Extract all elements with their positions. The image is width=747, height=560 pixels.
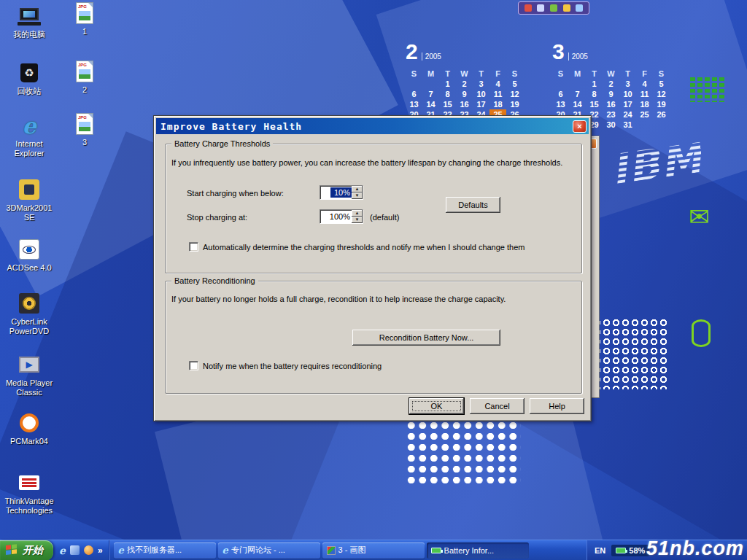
defaults-button[interactable]: Defaults — [446, 197, 500, 213]
calendar-day — [406, 79, 422, 89]
language-indicator[interactable]: EN — [595, 546, 605, 555]
tray-toolbar-icon[interactable] — [563, 4, 570, 12]
desktop-icon-label: Internet Explorer — [1, 139, 57, 158]
desktop-icon-media-player-classic[interactable]: ▶ Media Player Classic — [1, 353, 57, 397]
notify-reconditioning-checkbox-label: Notify me when the battery requires reco… — [203, 362, 575, 370]
task-button-server-not-found[interactable]: e 找不到服务器... — [114, 542, 216, 559]
calendar-day: 12 — [653, 89, 670, 99]
ie-icon: e — [222, 545, 228, 556]
calendar-day: 17 — [473, 99, 489, 109]
envelope-icon: ✉ — [689, 204, 710, 229]
tray-toolbar[interactable] — [518, 1, 589, 15]
help-button[interactable]: Help — [530, 398, 584, 414]
calendar-day: 7 — [569, 89, 586, 99]
calendar-day: 18 — [489, 99, 506, 109]
desktop-icon-jpg-3[interactable]: JPG 3 — [60, 112, 109, 147]
dialog-title-bar[interactable]: Improve Battery Health × — [156, 118, 589, 134]
calendar-day: 3 — [619, 79, 636, 89]
desktop-icon-label: 回收站 — [18, 87, 42, 96]
desktop-icon-powerdvd[interactable]: CyberLink PowerDVD — [1, 292, 57, 336]
jpg-file-icon: JPG — [72, 112, 97, 136]
calendar-day: 13 — [406, 99, 422, 109]
desktop-icon-label: Media Player Classic — [1, 378, 57, 397]
stop-threshold-value[interactable]: 100% — [320, 210, 352, 223]
calendar-day: 23 — [603, 109, 619, 120]
recycle-bin-icon: ♻ — [17, 61, 42, 85]
calendar-day: 16 — [456, 99, 473, 109]
task-button-paint[interactable]: 3 - 画图 — [322, 542, 425, 559]
quick-launch-overflow-icon[interactable]: » — [98, 545, 103, 556]
calendar-day-header: S — [552, 69, 569, 79]
tray-toolbar-icon[interactable] — [550, 4, 557, 12]
close-icon[interactable]: × — [573, 120, 587, 133]
start-button[interactable]: 开始 — [0, 540, 53, 560]
thresholds-description: If you infrequently use battery power, y… — [171, 158, 577, 167]
calendar-day: 10 — [473, 89, 489, 99]
desktop-icon-thinkvantage[interactable]: ThinkVantage Technologies — [1, 471, 57, 516]
calendar-day: 8 — [586, 89, 603, 99]
calendar-day: 19 — [506, 99, 523, 109]
spinner-down-icon[interactable]: ▼ — [352, 217, 363, 223]
desktop-icon-3dmark2001[interactable]: 3DMark2001 SE — [1, 178, 57, 222]
calendar-day-header: T — [473, 69, 489, 79]
calendar-day: 15 — [439, 99, 456, 109]
calendar-day: 12 — [506, 89, 523, 99]
tray-toolbar-icon[interactable] — [537, 4, 544, 12]
desktop-icon-pcmark04[interactable]: PCMark04 — [1, 411, 57, 446]
calendar-day-header: M — [422, 69, 439, 79]
desktop-icon-my-computer[interactable]: 我的电脑 — [1, 4, 57, 39]
desktop-icon-label: 2 — [82, 85, 87, 95]
auto-determine-checkbox[interactable] — [189, 242, 198, 252]
cancel-button[interactable]: Cancel — [470, 398, 525, 414]
start-threshold-spinner[interactable]: 10% ▲ ▼ — [320, 185, 363, 200]
media-player-classic-icon: ▶ — [17, 353, 42, 376]
calendar-day: 7 — [422, 89, 439, 99]
calendar-day-header: W — [456, 69, 473, 79]
tray-toolbar-icon[interactable] — [576, 4, 583, 12]
quick-launch-media-icon[interactable] — [84, 545, 93, 555]
3dmark-icon — [17, 178, 42, 201]
spinner-up-icon[interactable]: ▲ — [352, 210, 363, 217]
keypad-grid-icon — [690, 77, 725, 105]
desktop-icon-recycle-bin[interactable]: ♻ 回收站 — [1, 61, 57, 96]
stop-threshold-spinner[interactable]: 100% ▲ ▼ — [320, 209, 363, 224]
tray-toolbar-icon[interactable] — [525, 4, 532, 12]
start-threshold-value[interactable]: 10% — [330, 187, 352, 198]
jpg-file-icon: JPG — [72, 1, 97, 25]
desktop-icon-jpg-2[interactable]: JPG 2 — [60, 60, 109, 95]
group-title: Battery Reconditioning — [171, 276, 258, 285]
stop-charging-label: Stop charging at: — [187, 213, 247, 222]
task-button-forum[interactable]: e 专门网论坛 - ... — [218, 542, 320, 559]
calendar-day: 9 — [603, 89, 619, 99]
notify-reconditioning-checkbox[interactable] — [189, 361, 198, 370]
calendar-day: 5 — [506, 79, 523, 89]
battery-icon — [616, 548, 626, 553]
quick-launch-show-desktop-icon[interactable] — [70, 545, 80, 555]
calendar-day: 17 — [619, 99, 636, 109]
quick-launch-ie-icon[interactable]: e — [59, 545, 66, 556]
ok-button[interactable]: OK — [409, 398, 464, 414]
taskbar: 开始 e » e 找不到服务器... e 专门网论坛 - ... 3 - 画图 … — [0, 540, 747, 560]
calendar-day: 14 — [569, 99, 586, 109]
auto-determine-checkbox-label: Automatically determine the charging thr… — [203, 243, 575, 252]
spinner-down-icon[interactable]: ▼ — [352, 192, 363, 199]
recondition-battery-button[interactable]: Recondition Battery Now... — [352, 330, 500, 346]
wallpaper-ring-grid — [592, 318, 667, 389]
desktop-icon-acdsee[interactable]: ACDSee 4.0 — [1, 238, 57, 273]
spinner-up-icon[interactable]: ▲ — [352, 186, 363, 192]
calendar-day: 24 — [619, 109, 636, 120]
desktop-icon-internet-explorer[interactable]: e Internet Explorer — [1, 114, 57, 158]
calendar-day-header: F — [489, 69, 506, 79]
wallpaper-dot-grid — [406, 420, 521, 487]
calendar-day-header: T — [586, 69, 603, 79]
task-button-battery-information[interactable]: Battery Infor... — [427, 542, 529, 559]
calendar-day: 2 — [603, 79, 619, 89]
paint-icon — [327, 546, 336, 555]
task-button-label: 3 - 画图 — [338, 545, 366, 556]
desktop-icon-jpg-1[interactable]: JPG 1 — [60, 1, 109, 36]
cylinder-icon — [692, 319, 711, 347]
calendar-day: 9 — [456, 89, 473, 99]
start-charging-label: Start charging when below: — [187, 189, 284, 198]
calendar-day: 31 — [619, 120, 636, 130]
battery-indicator[interactable]: 58% — [611, 545, 649, 556]
